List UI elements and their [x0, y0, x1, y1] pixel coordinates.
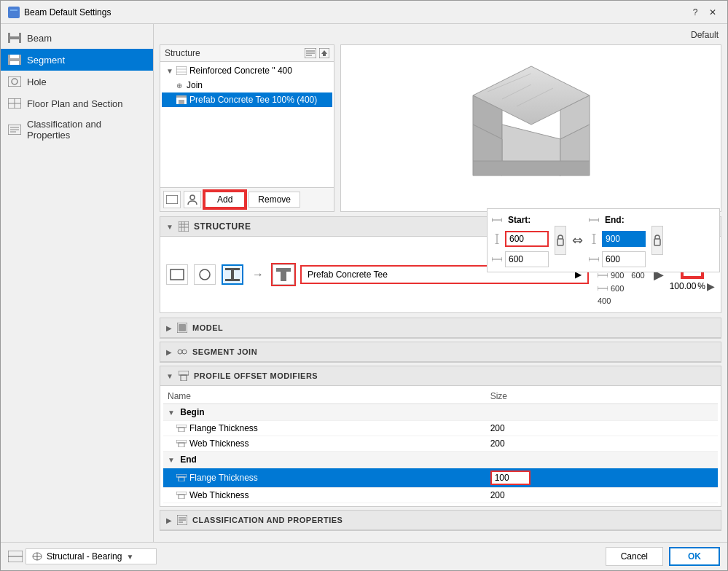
- svg-rect-101: [179, 477, 184, 481]
- classification-section: ▶ CLASSIFICATION AND PROPERTIES: [160, 510, 721, 531]
- end-arrow: ▼: [168, 456, 175, 464]
- shape-circle-btn[interactable]: [194, 264, 216, 285]
- shape-rect-btn[interactable]: [166, 264, 188, 285]
- structure-item-3[interactable]: Prefab Concrete Tee 100% (400): [162, 92, 332, 107]
- structure-item-3-label: Prefab Concrete Tee 100% (400): [189, 95, 317, 105]
- classification-icon: [8, 123, 21, 136]
- sidebar-item-segment[interactable]: Segment: [1, 49, 153, 71]
- classification-arrow: ▶: [166, 516, 172, 524]
- end-web-icon: [176, 492, 187, 499]
- svg-point-10: [12, 79, 17, 84]
- svg-rect-91: [179, 324, 186, 331]
- start-field-2: [492, 251, 549, 267]
- svg-rect-0: [9, 11, 18, 14]
- svg-point-93: [182, 350, 187, 354]
- beam-label: Beam: [27, 33, 52, 44]
- dim-value-4: 600: [611, 284, 624, 293]
- structure-person-icon-btn[interactable]: [184, 191, 201, 208]
- pct-symbol: %: [697, 281, 705, 291]
- end-web-row[interactable]: Web Thickness 200: [163, 488, 718, 503]
- bearing-left-icon: [8, 551, 23, 562]
- profile-offset-arrow: ▼: [166, 372, 173, 380]
- begin-web-row[interactable]: Web Thickness 200: [163, 436, 718, 452]
- segment-join-header[interactable]: ▶ SEGMENT JOIN: [160, 342, 721, 362]
- dim-icon-4: [598, 283, 608, 294]
- svg-rect-99: [179, 443, 184, 447]
- help-button[interactable]: ?: [688, 5, 702, 20]
- structure-upload-icon: [319, 48, 329, 58]
- remove-button[interactable]: Remove: [248, 192, 300, 208]
- se-swap-icon[interactable]: ⇔: [572, 232, 583, 248]
- title-bar-controls: ? ✕: [688, 5, 720, 20]
- svg-rect-48: [171, 269, 184, 280]
- cancel-button[interactable]: Cancel: [606, 547, 663, 566]
- svg-rect-9: [8, 76, 21, 87]
- svg-marker-23: [321, 50, 327, 56]
- right-panel: Default Structure: [154, 24, 727, 542]
- start-field-1: [492, 231, 549, 247]
- end-group-row: ▼ End: [163, 452, 718, 468]
- begin-flange-extra: [645, 421, 718, 436]
- sidebar-item-classification[interactable]: Classification and Properties: [1, 114, 153, 145]
- begin-flange-row[interactable]: Flange Thickness 200: [163, 421, 718, 436]
- sidebar-item-hole[interactable]: Hole: [1, 71, 153, 92]
- start-dim-icon: [492, 215, 502, 225]
- start-input-1[interactable]: [505, 231, 549, 247]
- structure-rect-icon-btn[interactable]: [163, 191, 181, 208]
- segment-label: Segment: [27, 55, 65, 66]
- pct-expand-btn[interactable]: ▶: [707, 280, 715, 292]
- shape-ibeam-btn[interactable]: [222, 264, 243, 285]
- col-size-header: Size: [486, 389, 645, 404]
- end-icon-2: [589, 254, 599, 264]
- svg-rect-100: [176, 474, 187, 477]
- sidebar-item-beam[interactable]: Beam: [1, 27, 153, 49]
- classification-icon2: [176, 514, 188, 526]
- close-button[interactable]: ✕: [705, 5, 720, 20]
- lock-button[interactable]: [555, 226, 566, 255]
- segment-join-icon: [176, 346, 188, 358]
- profile-offset-header[interactable]: ▼ PROFILE OFFSET MODIFIERS: [160, 366, 721, 386]
- end-field-1: [589, 231, 646, 247]
- add-button[interactable]: Add: [204, 191, 246, 208]
- structure-item-1-label: Reinforced Concrete " 400: [189, 66, 292, 76]
- bearing-selector[interactable]: Structural - Bearing ▼: [26, 548, 157, 564]
- svg-rect-95: [181, 375, 187, 381]
- se-arrow: ⇔: [572, 232, 583, 248]
- svg-rect-29: [179, 100, 184, 104]
- end-flange-row[interactable]: Flange Thickness: [163, 468, 718, 488]
- begin-web-cell: Web Thickness: [176, 438, 482, 449]
- structure-header-icons: [305, 48, 329, 58]
- col-name-header: Name: [163, 389, 486, 404]
- model-section: ▶ MODEL: [160, 318, 721, 339]
- begin-group-row: ▼ Begin: [163, 404, 718, 421]
- end-input-2[interactable]: [602, 251, 646, 267]
- end-flange-icon: [176, 474, 187, 481]
- structure-item-2[interactable]: ⊕ Join: [162, 78, 332, 92]
- preview-panel: [340, 44, 721, 212]
- model-title: MODEL: [192, 323, 223, 332]
- svg-rect-24: [176, 66, 187, 75]
- start-input-2[interactable]: [505, 251, 549, 267]
- end-web-cell: Web Thickness: [176, 490, 482, 500]
- dim-value-5: 400: [598, 296, 611, 305]
- svg-rect-52: [225, 279, 240, 281]
- structure-item-1[interactable]: ▼ Reinforced Concrete " 400: [162, 63, 332, 78]
- sidebar-item-floor-plan[interactable]: Floor Plan and Section: [1, 92, 153, 114]
- structure-collapse-arrow: ▼: [166, 223, 173, 231]
- floor-plan-icon: [8, 97, 21, 110]
- bottom-right: Cancel OK: [606, 547, 720, 566]
- svg-point-49: [200, 269, 210, 280]
- model-header[interactable]: ▶ MODEL: [160, 318, 721, 338]
- title-bar: Beam Default Settings ? ✕: [1, 1, 727, 24]
- shape-custom-btn[interactable]: [273, 264, 294, 285]
- bottom-bar: Structural - Bearing ▼ Cancel OK: [1, 542, 727, 570]
- prefab-icon: [176, 95, 187, 104]
- begin-web-name: Web Thickness: [163, 436, 486, 452]
- end-input-1[interactable]: [602, 231, 646, 247]
- ok-button[interactable]: OK: [669, 547, 720, 566]
- end-label: End:: [605, 213, 625, 227]
- classification-header[interactable]: ▶ CLASSIFICATION AND PROPERTIES: [160, 511, 721, 530]
- end-flange-input[interactable]: [490, 470, 531, 485]
- end-field-2: [589, 251, 646, 267]
- lock-button-right[interactable]: [651, 226, 663, 255]
